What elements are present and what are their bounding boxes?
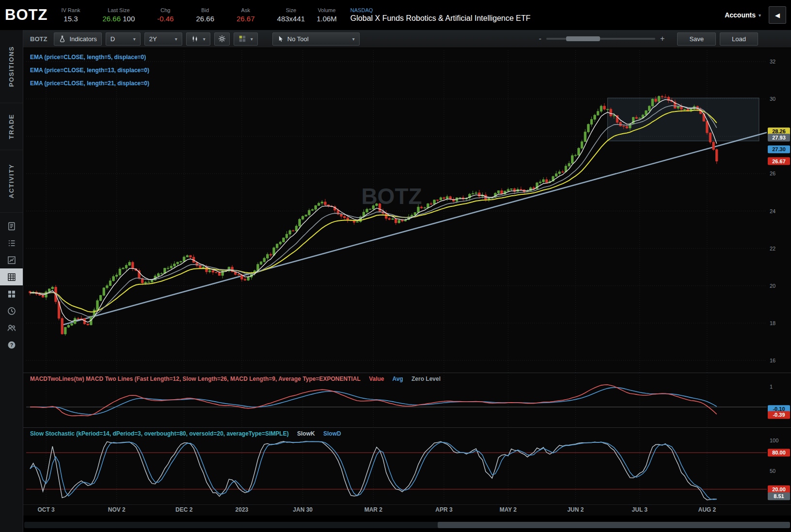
candlestick-icon: [191, 35, 199, 43]
price-plot-background: [23, 48, 791, 373]
zoom-out-button[interactable]: -: [539, 34, 541, 43]
range-value: 2Y: [149, 35, 157, 43]
chevron-down-icon: ▾: [175, 36, 177, 42]
bid-label: Bid: [196, 7, 214, 13]
sidebar-tab-positions[interactable]: POSITIONS: [0, 30, 23, 103]
sidebar-tab-trade-label: TRADE: [8, 114, 15, 139]
time-axis[interactable]: OCT 3NOV 2DEC 22023JAN 30MAR 2APR 3MAY 2…: [23, 504, 791, 516]
last-trade-size: 100: [123, 15, 135, 23]
svg-text:32: 32: [770, 59, 775, 64]
x-axis-label: JAN 30: [286, 506, 320, 513]
layout-grid-dropdown[interactable]: ▾: [234, 32, 258, 46]
indicators-button[interactable]: Indicators: [54, 32, 101, 46]
macd-panel: 1-0.10-0.39 MACDTwoLines(tw) MACD Two Li…: [23, 373, 791, 427]
svg-text:50: 50: [770, 468, 775, 474]
help-icon[interactable]: ?: [0, 336, 23, 353]
accounts-label: Accounts: [725, 11, 756, 19]
chg-value: -0.46: [157, 15, 174, 23]
x-axis-label: 2023: [225, 506, 259, 513]
chevron-down-icon: ▾: [251, 36, 253, 42]
svg-text:30: 30: [770, 96, 775, 102]
chart-settings-button[interactable]: [214, 32, 230, 46]
bid-field: Bid 26.66: [196, 7, 214, 23]
x-axis-label: JUN 2: [558, 506, 592, 513]
sidebar-tab-trade[interactable]: TRADE: [0, 103, 23, 150]
selection-box[interactable]: [608, 98, 759, 141]
svg-text:24: 24: [770, 208, 775, 214]
last-size-field: Last Size 26.66 100: [103, 7, 135, 23]
size-field: Size 483x441: [277, 7, 305, 23]
chevron-down-icon: ▾: [203, 36, 206, 42]
svg-text:1: 1: [770, 384, 773, 390]
flask-icon: [59, 35, 66, 43]
accounts-menu[interactable]: Accounts ▾: [725, 11, 761, 19]
svg-text:27.93: 27.93: [772, 135, 786, 141]
indicators-label: Indicators: [69, 35, 96, 43]
iv-rank-value: 15.3: [61, 15, 80, 23]
collapse-panel-button[interactable]: ◀: [769, 6, 786, 24]
svg-text:26.67: 26.67: [772, 158, 786, 164]
people-icon[interactable]: [0, 319, 23, 336]
instrument-info: NASDAQ Global X Funds Robotics & Artific…: [350, 7, 531, 23]
x-axis-label: MAR 2: [356, 506, 390, 513]
axis-price-bubble: 8.51: [768, 492, 790, 500]
range-dropdown[interactable]: 2Y ▾: [144, 32, 182, 46]
quote-header: BOTZ IV Rank 15.3 Last Size 26.66 100 Ch…: [0, 0, 791, 30]
svg-text:80.00: 80.00: [772, 450, 786, 455]
grid-icon[interactable]: [0, 285, 23, 302]
tool-label: No Tool: [287, 35, 309, 43]
zoom-slider[interactable]: [546, 38, 655, 40]
zoom-control: - +: [539, 34, 665, 43]
axis-price-bubble: 80.00: [768, 449, 790, 456]
chart-type-dropdown[interactable]: ▾: [186, 32, 210, 46]
volume-label: Volume: [316, 7, 337, 13]
spreadsheet-icon[interactable]: [0, 268, 23, 285]
chart-scroll-zone: [23, 516, 791, 532]
axis-price-bubble: 26.67: [768, 157, 790, 165]
save-button[interactable]: Save: [677, 32, 716, 46]
save-label: Save: [689, 35, 704, 43]
svg-text:8.51: 8.51: [774, 493, 784, 499]
svg-text:26: 26: [770, 171, 775, 176]
last-price-value: 26.66: [103, 15, 121, 23]
x-axis-label: AUG 2: [690, 506, 724, 513]
svg-text:22: 22: [770, 246, 775, 251]
chg-field: Chg -0.46: [157, 7, 174, 23]
drawing-tool-dropdown[interactable]: No Tool ▾: [272, 32, 360, 46]
ask-field: Ask 26.67: [237, 7, 255, 23]
report-icon[interactable]: [0, 218, 23, 235]
zoom-slider-thumb[interactable]: [566, 36, 600, 41]
bid-value: 26.66: [196, 15, 214, 23]
timeframe-value: D: [111, 35, 115, 43]
volume-field: Volume 1.06M: [316, 7, 337, 23]
price-panel: 323028262422201816BOTZ28.2627.9327.3026.…: [23, 48, 791, 373]
chart-scrollbar-thumb[interactable]: [438, 522, 790, 528]
load-button[interactable]: Load: [720, 32, 758, 46]
svg-text:28.26: 28.26: [772, 128, 786, 134]
chart-box-icon[interactable]: [0, 251, 23, 268]
x-axis-label: MAY 2: [491, 506, 525, 513]
sidebar-tab-activity-label: ACTIVITY: [8, 164, 15, 198]
list-icon[interactable]: [0, 235, 23, 251]
x-axis-label: DEC 2: [167, 506, 201, 513]
watermark: BOTZ: [361, 184, 422, 209]
clock-icon[interactable]: [0, 302, 23, 319]
x-axis-label: OCT 3: [29, 506, 63, 513]
sidebar-tab-activity[interactable]: ACTIVITY: [0, 150, 23, 213]
svg-text:20.00: 20.00: [772, 486, 786, 492]
svg-text:100: 100: [770, 438, 778, 443]
chevron-down-icon: ▾: [352, 36, 355, 42]
chart-scrollbar[interactable]: [24, 522, 790, 528]
stochastic-chart[interactable]: 1005080.0020.008.51: [23, 428, 791, 504]
timeframe-dropdown[interactable]: D ▾: [106, 32, 141, 46]
ask-value: 26.67: [237, 15, 255, 23]
chg-label: Chg: [157, 7, 174, 13]
price-chart[interactable]: 323028262422201816BOTZ28.2627.9327.3026.…: [23, 48, 791, 373]
macd-chart[interactable]: 1-0.10-0.39: [23, 373, 791, 427]
zoom-in-button[interactable]: +: [660, 34, 664, 43]
chevron-down-icon: ▾: [133, 36, 136, 42]
size-label: Size: [277, 7, 305, 13]
x-axis-label: JUL 3: [623, 506, 657, 513]
last-size-label: Last Size: [103, 7, 135, 13]
svg-text:16: 16: [770, 358, 775, 363]
